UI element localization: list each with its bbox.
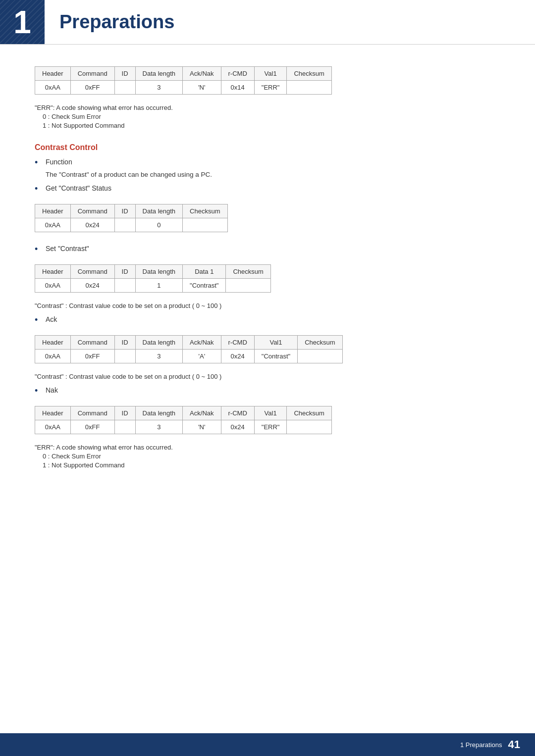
- sc-cell-command: 0x24: [70, 279, 114, 293]
- ac-col-rcmd: r-CMD: [221, 336, 254, 350]
- gc-cell-checksum: [183, 218, 227, 232]
- gc-col-id: ID: [114, 204, 135, 218]
- err-note-notsupported-bottom: 1 : Not Supported Command: [43, 461, 500, 469]
- nc-cell-header: 0xAA: [35, 420, 71, 434]
- get-contrast-table-wrap: Header Command ID Data length Checksum 0…: [35, 204, 282, 232]
- footer-page-number: 41: [508, 738, 520, 751]
- bullet-dot-nak: •: [35, 386, 42, 396]
- sc-col-checksum: Checksum: [226, 265, 270, 279]
- ac-col-val1: Val1: [254, 336, 297, 350]
- col-header-checksum: Checksum: [287, 67, 331, 81]
- bullet-label-nak: Nak: [46, 386, 58, 394]
- bullet-label-function: Function: [46, 158, 72, 166]
- nc-col-id: ID: [114, 406, 135, 420]
- bullet-dot-function: •: [35, 157, 42, 168]
- bullet-label-ack: Ack: [46, 315, 57, 323]
- nak-top-table: Header Command ID Data length Ack/Nak r-…: [35, 66, 332, 95]
- sc-cell-checksum: [226, 279, 270, 293]
- gc-col-datalength: Data length: [135, 204, 183, 218]
- ac-cell-rcmd: 0x24: [221, 350, 254, 363]
- err-note-checksum-bottom: 0 : Check Sum Error: [43, 453, 500, 460]
- nc-col-header: Header: [35, 406, 71, 420]
- err-note-checksum-top: 0 : Check Sum Error: [43, 113, 500, 120]
- ac-col-checksum: Checksum: [298, 336, 342, 350]
- gc-col-header: Header: [35, 204, 71, 218]
- err-note-notsupported-top: 1 : Not Supported Command: [43, 122, 500, 129]
- bullet-dot-set: •: [35, 244, 42, 254]
- bullet-ack: • Ack: [35, 315, 500, 325]
- set-contrast-table: Header Command ID Data length Data 1 Che…: [35, 264, 271, 293]
- col-header-datalength: Data length: [135, 67, 183, 81]
- nc-col-acknak: Ack/Nak: [183, 406, 221, 420]
- ac-cell-checksum: [298, 350, 342, 363]
- sc-col-data1: Data 1: [183, 265, 226, 279]
- ac-cell-id: [114, 350, 135, 363]
- cell-acknak: 'N': [183, 81, 221, 95]
- chapter-title: Preparations: [59, 11, 174, 33]
- sc-cell-data1: "Contrast": [183, 279, 226, 293]
- nc-col-command: Command: [70, 406, 114, 420]
- sc-col-header: Header: [35, 265, 71, 279]
- ac-cell-datalength: 3: [135, 350, 183, 363]
- footer-label: 1 Preparations: [460, 741, 502, 749]
- col-header-acknak: Ack/Nak: [183, 67, 221, 81]
- bullet-label-get: Get "Contrast" Status: [46, 184, 111, 192]
- cell-datalength: 3: [135, 81, 183, 95]
- set-contrast-table-wrap: Header Command ID Data length Data 1 Che…: [35, 264, 282, 293]
- gc-cell-header: 0xAA: [35, 218, 71, 232]
- chapter-title-block: Preparations: [45, 0, 535, 44]
- nak-top-table-wrap: Header Command ID Data length Ack/Nak r-…: [35, 66, 332, 95]
- ac-col-datalength: Data length: [135, 336, 183, 350]
- col-header-rcmd: r-CMD: [221, 67, 254, 81]
- nc-cell-val1: "ERR": [254, 420, 287, 434]
- get-contrast-table: Header Command ID Data length Checksum 0…: [35, 204, 228, 232]
- nc-cell-id: [114, 420, 135, 434]
- sc-cell-header: 0xAA: [35, 279, 71, 293]
- sc-col-id: ID: [114, 265, 135, 279]
- chapter-number: 1: [13, 4, 31, 41]
- bullet-nak: • Nak: [35, 386, 500, 396]
- col-header-id: ID: [114, 67, 135, 81]
- ac-cell-acknak: 'A': [183, 350, 221, 363]
- gc-cell-datalength: 0: [135, 218, 183, 232]
- bullet-get-contrast: • Get "Contrast" Status: [35, 184, 500, 194]
- ac-cell-val1: "Contrast": [254, 350, 297, 363]
- cell-command: 0xFF: [70, 81, 114, 95]
- nc-col-val1: Val1: [254, 406, 287, 420]
- nc-cell-acknak: 'N': [183, 420, 221, 434]
- ac-cell-header: 0xAA: [35, 350, 71, 363]
- gc-col-command: Command: [70, 204, 114, 218]
- page-footer: 1 Preparations 41: [0, 733, 535, 756]
- sc-cell-id: [114, 279, 135, 293]
- sc-col-command: Command: [70, 265, 114, 279]
- cell-header: 0xAA: [35, 81, 71, 95]
- ack-contrast-note: "Contrast" : Contrast value code to be s…: [35, 373, 500, 380]
- col-header-val1: Val1: [254, 67, 287, 81]
- nc-col-checksum: Checksum: [287, 406, 331, 420]
- ac-col-command: Command: [70, 336, 114, 350]
- err-note-bottom: "ERR": A code showing what error has occ…: [35, 444, 500, 451]
- sc-cell-datalength: 1: [135, 279, 183, 293]
- ac-cell-command: 0xFF: [70, 350, 114, 363]
- nc-cell-datalength: 3: [135, 420, 183, 434]
- gc-cell-id: [114, 218, 135, 232]
- page-header: 1 Preparations: [0, 0, 535, 45]
- bullet-set-contrast: • Set "Contrast": [35, 245, 500, 254]
- bullet-function: • Function: [35, 158, 500, 168]
- chapter-number-block: 1: [0, 0, 45, 44]
- ack-contrast-table-wrap: Header Command ID Data length Ack/Nak r-…: [35, 335, 343, 363]
- cell-rcmd: 0x14: [221, 81, 254, 95]
- col-header-command: Command: [70, 67, 114, 81]
- contrast-control-heading: Contrast Control: [35, 143, 500, 152]
- bullet-label-set: Set "Contrast": [46, 245, 89, 252]
- bullet-dot-ack: •: [35, 315, 42, 325]
- nak-contrast-table: Header Command ID Data length Ack/Nak r-…: [35, 406, 332, 434]
- col-header-header: Header: [35, 67, 71, 81]
- ack-contrast-table: Header Command ID Data length Ack/Nak r-…: [35, 335, 343, 363]
- page-content: Header Command ID Data length Ack/Nak r-…: [0, 59, 535, 500]
- nc-col-rcmd: r-CMD: [221, 406, 254, 420]
- err-note-top: "ERR": A code showing what error has occ…: [35, 104, 500, 111]
- cell-id: [114, 81, 135, 95]
- ac-col-id: ID: [114, 336, 135, 350]
- bullet-dot-get: •: [35, 184, 42, 194]
